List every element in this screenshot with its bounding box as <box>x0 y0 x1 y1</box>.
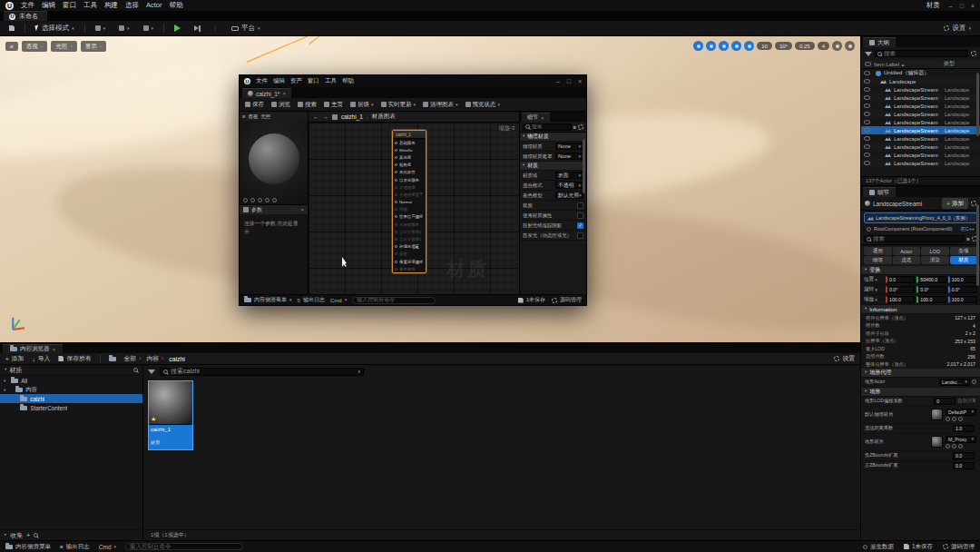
transform-label[interactable]: 旋转▾ <box>864 286 884 293</box>
landscape-section-header[interactable]: ▾ 地形 <box>861 388 980 397</box>
phys-material-thumbnail[interactable] <box>931 409 943 420</box>
material-graph-canvas[interactable]: 缩放-3 caizhi_1 基础颜色 Metallic 高光度 粗糙度 各向异性… <box>309 123 519 294</box>
actor-label[interactable]: Untitled（编辑器） <box>884 69 942 77</box>
details-tab[interactable]: 细节 × <box>522 113 550 122</box>
detail-checkbox[interactable]: ✓ <box>577 212 583 219</box>
use-selected-icon[interactable] <box>946 417 950 421</box>
value-input[interactable]: 0.0 <box>953 452 975 459</box>
add-collection-icon[interactable]: + <box>26 532 30 538</box>
pin-circle-icon[interactable] <box>395 186 397 189</box>
cube-shape-icon[interactable] <box>265 198 270 202</box>
details-category-chip[interactable]: 物理 <box>864 256 892 264</box>
forward-icon[interactable]: → <box>323 113 329 120</box>
favorites-row[interactable]: ▾ 材质 <box>0 365 142 376</box>
viewport-toolbar-icon[interactable] <box>744 41 754 51</box>
actor-label[interactable]: LandscapeStream <box>894 136 942 142</box>
material-node-pin[interactable]: 折射 <box>393 251 426 258</box>
transform-y-input[interactable]: 100.0 <box>916 296 946 303</box>
detail-dropdown[interactable]: 不透明 ▾ <box>555 182 583 189</box>
gear-icon[interactable] <box>578 124 583 130</box>
material-preview-viewport[interactable] <box>240 121 308 204</box>
detail-checkbox[interactable]: ✓ <box>577 232 583 239</box>
filter-funnel-icon[interactable] <box>865 52 872 56</box>
actor-label[interactable]: LandscapeStream <box>894 161 942 166</box>
outliner-row[interactable]: Untitled（编辑器） <box>861 69 980 77</box>
preview-viewmode-dropdown[interactable]: 光照 <box>260 113 270 120</box>
breadcrumb-item[interactable]: 全部 <box>124 354 144 363</box>
content-drawer-button[interactable]: 内容侧滑菜单 <box>5 543 51 551</box>
reset-icon[interactable] <box>958 417 963 421</box>
unsaved-count-button[interactable]: 1未保存 <box>904 543 933 551</box>
skip-button[interactable] <box>191 24 202 33</box>
pin-circle-icon[interactable] <box>395 231 397 233</box>
minimize-icon[interactable]: – <box>949 3 953 9</box>
breadcrumb-graph-page[interactable]: 材质图表 <box>372 113 396 121</box>
mesh-shape-icon[interactable] <box>272 198 277 202</box>
cpp-source-link[interactable]: 在C++ <box>960 226 975 232</box>
menu-item[interactable]: 窗口 <box>308 77 319 85</box>
expand-caret-icon[interactable]: ▾ <box>4 388 5 392</box>
filter-hamburger-icon[interactable]: ≡ <box>573 124 576 130</box>
add-component-button[interactable]: + 添加 <box>942 198 968 209</box>
pin-circle-icon[interactable] <box>395 142 397 144</box>
import-button[interactable]: ↓ 导入 <box>32 354 50 363</box>
pin-circle-icon[interactable] <box>395 179 397 182</box>
material-node-pin[interactable]: 不透明度 <box>393 183 426 191</box>
search-icon[interactable] <box>34 533 38 537</box>
menu-item[interactable]: 窗口 <box>63 1 76 10</box>
detail-dropdown[interactable]: None ▾ <box>555 143 583 150</box>
phys-material-dropdown[interactable]: DefaultP ▾ <box>946 409 976 416</box>
select-mode-dropdown[interactable]: 选择模式 ▾ <box>32 22 78 34</box>
outliner-row[interactable]: LandscapeStream Landscape <box>861 85 980 94</box>
filter-hamburger-icon[interactable]: ≡ <box>966 236 970 242</box>
viewport-toolbar-icon[interactable] <box>731 41 741 51</box>
collections-row[interactable]: ▸ 收集 + <box>0 529 142 540</box>
viewport-toolbar-icon[interactable] <box>693 41 703 51</box>
transform-z-input[interactable]: 100.0 <box>948 296 977 303</box>
pin-circle-icon[interactable] <box>395 252 397 255</box>
material-toolbar-button[interactable]: 预览状态 ▾ <box>466 101 501 109</box>
editor-tool-button-2[interactable]: ▾ <box>115 24 133 33</box>
editor-tool-button-1[interactable]: ▾ <box>92 24 110 33</box>
menu-item[interactable]: 选择 <box>125 1 139 10</box>
browse-to-asset-icon[interactable] <box>952 444 956 448</box>
close-icon[interactable]: × <box>578 78 582 84</box>
viewport-snap-badge[interactable]: 0.25 <box>795 42 815 50</box>
material-toolbar-button[interactable]: 保存 ▾ <box>245 101 264 109</box>
search-icon[interactable] <box>133 368 138 372</box>
use-selected-icon[interactable] <box>946 444 950 448</box>
outliner-row[interactable]: LandscapeStream Landscape <box>861 151 980 159</box>
visibility-eye-icon[interactable] <box>864 87 870 92</box>
material-toolbar-button[interactable]: 清理图表 ▾ <box>423 101 458 109</box>
cmd-dropdown[interactable]: Cmd ▾ <box>330 298 347 303</box>
show-flags-dropdown[interactable]: 显示▾ <box>81 41 107 52</box>
save-all-button[interactable]: 保存所有 <box>58 354 91 363</box>
landscape-proxy-section-header[interactable]: ▾ 地形代理 <box>861 369 980 378</box>
pin-circle-icon[interactable] <box>395 163 397 166</box>
value-input[interactable]: 1.0 <box>953 425 975 432</box>
cmd-dropdown[interactable]: Cmd ▾ <box>99 544 116 550</box>
detail-dropdown[interactable]: None ▾ <box>555 153 583 160</box>
viewport-snap-badge[interactable]: 4 <box>818 42 829 50</box>
preview-perspective-dropdown[interactable]: 透视 <box>248 113 258 120</box>
add-button[interactable]: + 添加 <box>5 354 24 363</box>
close-tab-icon[interactable]: × <box>282 91 286 96</box>
material-asset-tab[interactable]: caizhi_1* × <box>242 88 291 98</box>
actor-instance-row[interactable]: LandscapeStreamingProxy_4_6_0（实例） <box>864 212 977 223</box>
pin-circle-icon[interactable] <box>395 223 397 226</box>
transform-x-input[interactable]: 0.0° <box>886 286 915 293</box>
transform-y-input[interactable]: 0.0° <box>916 286 946 293</box>
console-input[interactable]: 输入控制台命令 <box>352 297 436 304</box>
landscape-material-thumbnail[interactable] <box>931 436 943 448</box>
perspective-dropdown[interactable]: 透视▾ <box>22 41 48 52</box>
outliner-search-input[interactable]: 搜索 <box>875 50 968 57</box>
actor-label[interactable]: LandscapeStream <box>894 95 942 101</box>
landscape-actor-dropdown[interactable]: Landsc… ▾ <box>939 379 970 386</box>
material-node-pin[interactable]: 着色模型 <box>393 265 426 272</box>
sphere-shape-icon[interactable] <box>250 198 255 202</box>
transform-section-header[interactable]: ▾ 变换 <box>861 266 980 275</box>
pin-circle-icon[interactable] <box>395 149 397 152</box>
viewport-toolbar-icon[interactable] <box>832 41 842 51</box>
root-component-row[interactable]: RootComponent (RootComponent0) 在C++ <box>861 224 980 233</box>
detail-checkbox[interactable]: ✓ <box>577 202 583 209</box>
